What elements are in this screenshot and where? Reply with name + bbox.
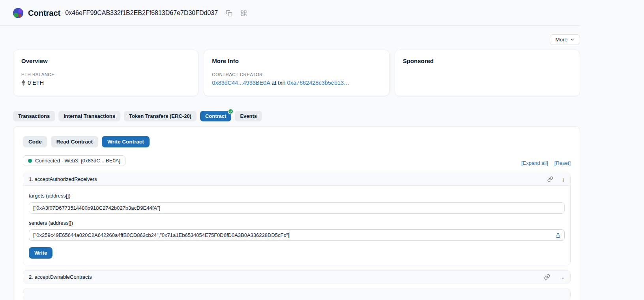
method-1-body: targets (address[]) ["0xA3f07D6773514480… (23, 186, 570, 265)
sponsored-card-title: Sponsored (403, 58, 572, 64)
expand-all-link[interactable]: [Expand all] (521, 160, 548, 166)
method-1-title: 1. acceptAuthorizedReceivers (29, 176, 97, 182)
permalink-icon[interactable] (544, 274, 550, 280)
more-button-label: More (555, 37, 567, 43)
qr-code-icon[interactable] (240, 10, 247, 17)
tab-token-transfers[interactable]: Token Transfers (ERC-20) (124, 111, 197, 121)
more-info-card-title: More Info (212, 58, 381, 64)
subtab-write-contract[interactable]: Write Contract (102, 136, 150, 147)
sponsored-card: Sponsored (395, 50, 580, 96)
connection-row: Connected - Web3 [0x83dC....BE0A] [Expan… (23, 155, 571, 166)
verified-check-icon (228, 108, 234, 114)
chevron-down-icon (570, 37, 575, 42)
ethereum-icon (21, 80, 26, 86)
method-2-title: 2. acceptOwnableContracts (29, 274, 92, 280)
tab-contract[interactable]: Contract (200, 111, 231, 121)
senders-input[interactable]: ["0x259c49E65644a020C2A642260a4ffB0CD862… (29, 229, 565, 241)
subtab-read-contract[interactable]: Read Contract (51, 136, 98, 147)
method-accept-ownable-contracts: 2. acceptOwnableContracts → (23, 270, 571, 283)
overview-card-title: Overview (21, 58, 190, 64)
senders-field-label: senders (address[]) (29, 220, 565, 226)
senders-input-value: ["0x259c49E65644a020C2A642260a4ffB0CD862… (33, 232, 289, 238)
method-2-header[interactable]: 2. acceptOwnableContracts → (23, 271, 570, 283)
tab-internal-transactions[interactable]: Internal Transactions (58, 111, 120, 121)
write-button[interactable]: Write (29, 247, 52, 259)
method-3-header[interactable] (23, 289, 570, 300)
password-lock-icon[interactable] (555, 233, 561, 238)
page-header: Contract 0x46eFF99CAB332f1B2EB2Ff6813D67… (0, 0, 580, 26)
collapse-arrow-icon[interactable]: ↓ (562, 176, 565, 182)
tab-events[interactable]: Events (235, 111, 262, 121)
subtab-code[interactable]: Code (23, 136, 47, 147)
connection-status-badge: Connected - Web3 [0x83dC....BE0A] (23, 155, 125, 166)
panel-actions: [Expand all] [Reset] (521, 160, 571, 166)
tab-contract-label: Contract (205, 113, 226, 119)
connection-status-text: Connected - Web3 (35, 158, 78, 164)
connected-dot-icon (28, 159, 32, 163)
more-button[interactable]: More (550, 34, 580, 45)
page-title: Contract (28, 9, 60, 18)
targets-input[interactable]: ["0xA3f07D6773514480b918C2742b027b3acD9E… (29, 202, 565, 214)
at-txn-text: at txn (271, 80, 285, 86)
overview-card: Overview ETH BALANCE 0 ETH (13, 50, 198, 96)
info-cards: Overview ETH BALANCE 0 ETH More Info CON… (13, 50, 580, 96)
targets-input-value: ["0xA3f07D6773514480b918C2742b027b3acD9E… (33, 205, 160, 211)
contract-address: 0x46eFF99CAB332f1B2EB2Ff6813D67e7D30FDd0… (65, 9, 218, 17)
text-caret (290, 232, 290, 238)
expand-arrow-icon[interactable]: → (559, 274, 565, 280)
reset-link[interactable]: [Reset] (554, 160, 571, 166)
creator-address-link[interactable]: 0x83dC44...4933BE0A (212, 80, 270, 86)
permalink-icon[interactable] (547, 176, 553, 182)
contract-panel: Code Read Contract Write Contract Connec… (13, 126, 580, 300)
connected-account-link[interactable]: [0x83dC....BE0A] (81, 158, 120, 164)
contract-subtabs: Code Read Contract Write Contract (23, 136, 571, 147)
main-tabs: Transactions Internal Transactions Token… (13, 111, 580, 121)
contract-creator-label: CONTRACT CREATOR (212, 72, 381, 77)
more-info-card: More Info CONTRACT CREATOR 0x83dC44...49… (204, 50, 389, 96)
eth-balance-value: 0 ETH (28, 80, 44, 86)
tab-transactions[interactable]: Transactions (13, 111, 55, 121)
contract-avatar (13, 8, 23, 18)
eth-balance-label: ETH BALANCE (21, 72, 190, 77)
method-1-header[interactable]: 1. acceptAuthorizedReceivers ↓ (23, 173, 570, 186)
method-next-clipped (23, 289, 571, 300)
more-row: More (13, 34, 580, 45)
targets-field-label: targets (address[]) (29, 193, 565, 199)
copy-icon[interactable] (226, 10, 232, 17)
creation-txn-link[interactable]: 0xa7662428c3b5eb13… (287, 80, 350, 86)
method-accept-authorized-receivers: 1. acceptAuthorizedReceivers ↓ targets (… (23, 173, 571, 265)
